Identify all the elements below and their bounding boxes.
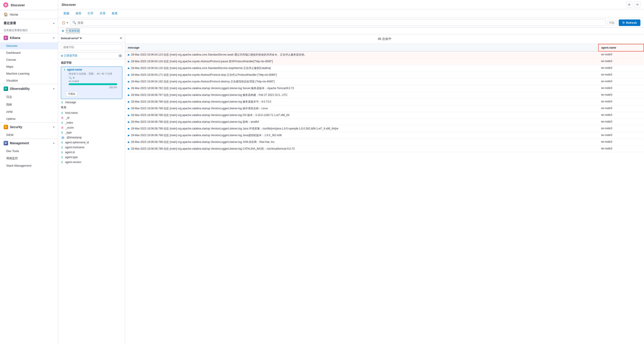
message-text: 28-Mar-2023 18:06:04.132 信息 [main] org.a… [131, 67, 270, 70]
field-stat-icons: 🔍 ⊖ [69, 76, 75, 79]
save-button[interactable]: 保存 [74, 11, 83, 16]
message-cell: ▶28-Mar-2023 18:06:04.124 信息 [main] org.… [125, 58, 598, 65]
expand-row-button[interactable]: ▶ [128, 100, 130, 103]
kql-toggle[interactable]: KQL [608, 20, 617, 25]
field-item-agent-type[interactable]: t agent.type [58, 155, 125, 160]
field-item-agent-version[interactable]: t agent.version [58, 160, 125, 164]
security-label: Security [10, 125, 22, 129]
sidebar-item-ml[interactable]: Machine Learning [0, 70, 58, 77]
open-button[interactable]: 打开 [86, 11, 95, 16]
home-nav-item[interactable]: 🏠 Home [0, 10, 58, 19]
sidebar-item-apm[interactable]: APM [0, 108, 58, 115]
field-item-message[interactable]: t message [58, 100, 125, 105]
message-text: 28-Mar-2023 18:06:04.171 信息 [main] org.a… [131, 73, 277, 76]
table-header-row: message agent.name [125, 44, 644, 51]
expand-row-button[interactable]: ▶ [128, 127, 130, 130]
message-text: 28-Mar-2023 18:06:04.123 信息 [main] org.a… [131, 53, 307, 56]
expand-row-button[interactable]: ▶ [128, 67, 130, 69]
field-item-ephemeral-id[interactable]: t agent.ephemeral_id [58, 140, 125, 145]
filter-out-icon[interactable]: ⊖ [73, 76, 75, 79]
agent-name-cell: se-node3 [598, 99, 644, 105]
observability-section: O Observability ▾ 日志 指标 APM Uptime [0, 84, 58, 122]
sidebar-item-maps[interactable]: Maps [0, 63, 58, 70]
notifications-icon[interactable]: ✉ [634, 1, 640, 8]
recent-section-header[interactable]: 最近查看 ▾ [0, 19, 58, 28]
index-type-badge: t [61, 121, 63, 124]
elastic-logo[interactable]: 欧 [3, 2, 9, 8]
field-stats-label: 排名前 5 位的值，范围： [69, 72, 96, 75]
sidebar-item-stack-management[interactable]: Stack Management [0, 162, 58, 169]
inspect-button[interactable]: 检查 [110, 11, 120, 16]
message-text: 28-Mar-2023 18:06:08.787 信息 [main] org.a… [131, 93, 288, 97]
kibana-section-header[interactable]: K Kibana ▾ [0, 33, 58, 42]
table-row: ▶28-Mar-2023 18:06:08.782 信息 [main] org.… [125, 85, 644, 92]
security-section: S Security ▾ SIEM [0, 122, 58, 138]
add-filter-button[interactable]: + 添加筛选 [66, 29, 80, 33]
hits-label: 次命中 [381, 37, 392, 41]
field-item-timestamp[interactable]: @ @timestamp [58, 135, 125, 140]
field-name-ephemeral-id: agent.ephemeral_id [65, 141, 122, 144]
table-row: ▶28-Mar-2023 18:06:08.788 信息 [main] org.… [125, 139, 644, 145]
field-search-container [58, 42, 125, 52]
field-item-agent-hostname[interactable]: t agent.hostname [58, 145, 125, 150]
agent-name-cell: se-node3 [598, 105, 644, 112]
sidebar-item-canvas[interactable]: Canvas [0, 56, 58, 63]
selected-field-agent-name[interactable]: t agent.name 排名前 5 位的值，范围： 46 / 46 个记录 🔍… [61, 67, 122, 99]
message-cell: ▶28-Mar-2023 18:06:08.788 信息 [main] org.… [125, 145, 598, 152]
refresh-button[interactable]: ↻ Refresh [619, 20, 640, 26]
expand-row-button[interactable]: ▶ [128, 87, 130, 90]
message-text: 28-Mar-2023 18:06:08.788 信息 [main] org.a… [131, 134, 282, 137]
field-search-input[interactable] [61, 44, 122, 50]
sidebar-item-discover[interactable]: Discover [0, 42, 58, 49]
expand-row-button[interactable]: ▶ [128, 147, 130, 150]
expand-row-button[interactable]: ▶ [128, 107, 130, 110]
sidebar-item-uptime[interactable]: Uptime [0, 115, 58, 122]
field-item-index[interactable]: t _index [58, 120, 125, 125]
field-stats: 排名前 5 位的值，范围： 46 / 46 个记录 🔍 ⊖ se-node3 [63, 71, 120, 90]
message-text: 28-Mar-2023 18:06:08.788 信息 [main] org.a… [131, 140, 275, 143]
expand-row-button[interactable]: ▶ [128, 80, 130, 83]
expand-row-button[interactable]: ▶ [128, 134, 130, 137]
sidebar-item-devtools[interactable]: Dev Tools [0, 147, 58, 154]
sidebar-item-dashboard[interactable]: Dashboard [0, 49, 58, 56]
sidebar-item-siem[interactable]: SIEM [0, 131, 58, 138]
observability-section-header[interactable]: O Observability ▾ [0, 84, 58, 93]
agent-name-cell: se-node3 [598, 145, 644, 152]
management-section-header[interactable]: M Management ▾ [0, 139, 58, 147]
new-button[interactable]: 新建 [62, 11, 71, 16]
sidebar-item-visualize[interactable]: Visualize [0, 77, 58, 84]
page-title: Discover [62, 3, 76, 7]
sidebar-item-metrics[interactable]: 指标 [0, 101, 58, 108]
expand-row-button[interactable]: ▶ [128, 73, 130, 76]
settings-icon[interactable]: ⚙ [626, 1, 632, 8]
expand-row-button[interactable]: ▶ [128, 141, 130, 143]
table-row: ▶28-Mar-2023 18:06:08.788 信息 [main] org.… [125, 112, 644, 119]
sidebar-item-logs[interactable]: 日志 [0, 93, 58, 101]
field-name-id: _id [66, 116, 122, 119]
table-row: ▶28-Mar-2023 18:06:08.788 信息 [main] org.… [125, 145, 644, 152]
field-item-agent-id[interactable]: t agent.id [58, 150, 125, 155]
message-cell: ▶28-Mar-2023 18:06:08.782 信息 [main] org.… [125, 85, 598, 92]
security-section-header[interactable]: S Security ▾ [0, 122, 58, 131]
filtered-fields-label[interactable]: ⊕ 已筛选字段 [61, 54, 77, 58]
expand-row-button[interactable]: ▶ [128, 60, 130, 63]
visualize-button[interactable]: 可视化 [66, 91, 77, 97]
expand-row-button[interactable]: ▶ [128, 114, 130, 116]
index-pattern-name[interactable]: tomcat-error* ▾ [61, 37, 82, 40]
sidebar-item-stack-monitoring[interactable]: 堆栈监控 [0, 154, 58, 162]
magnify-icon[interactable]: 🔍 [69, 76, 72, 79]
field-item-score[interactable]: # _score [58, 125, 125, 130]
message-text: 28-Mar-2023 18:06:08.788 信息 [main] org.a… [131, 147, 294, 150]
search-input[interactable] [78, 21, 603, 25]
field-item-hostname[interactable]: t host.name [58, 110, 125, 115]
field-item-id[interactable]: # _id [58, 115, 125, 120]
field-stats-range: 46 / 46 个记录 [96, 72, 112, 75]
close-sidebar-icon[interactable]: ✕ [120, 36, 122, 40]
expand-row-button[interactable]: ▶ [128, 120, 130, 123]
expand-row-button[interactable]: ▶ [128, 94, 130, 96]
agent-name-cell: se-node3 [598, 112, 644, 119]
share-button[interactable]: 共享 [98, 11, 107, 16]
expand-row-button[interactable]: ▶ [128, 53, 130, 56]
index-selector[interactable]: 📋 ▾ [62, 21, 68, 25]
field-item-type[interactable]: t _type [58, 130, 125, 135]
